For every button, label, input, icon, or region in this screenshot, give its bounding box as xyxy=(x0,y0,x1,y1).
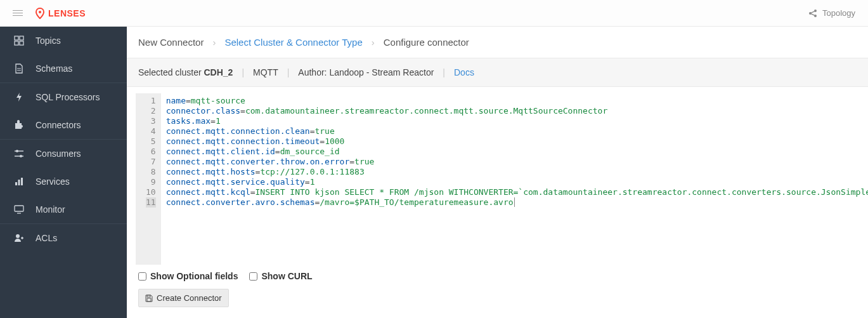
sidebar-item-connectors[interactable]: Connectors xyxy=(0,111,127,139)
sidebar-item-acls[interactable]: ACLs xyxy=(0,224,127,252)
svg-rect-25 xyxy=(147,298,151,301)
author: Author: Landoop - Stream Reactor xyxy=(298,67,434,77)
sidebar-item-topics[interactable]: Topics xyxy=(0,27,127,55)
chevron-right-icon: › xyxy=(212,37,216,48)
sidebar-item-consumers[interactable]: Consumers xyxy=(0,140,127,168)
svg-rect-9 xyxy=(20,41,23,45)
sidebar-item-label: SQL Processors xyxy=(36,92,100,102)
code-line[interactable]: connect.mqtt.connection.timeout=1000 xyxy=(166,136,868,147)
puzzle-icon xyxy=(14,120,24,130)
sidebar-item-label: Services xyxy=(36,176,70,187)
main-panel: New Connector › Select Cluster & Connect… xyxy=(127,27,868,318)
bc-current: Configure connector xyxy=(384,37,469,48)
code-line[interactable]: connect.mqtt.service.quality=1 xyxy=(166,177,868,187)
screen-icon xyxy=(14,205,24,214)
svg-point-13 xyxy=(16,150,18,152)
bc-step-link[interactable]: Select Cluster & Connector Type xyxy=(224,37,362,48)
docs-link[interactable]: Docs xyxy=(454,67,474,77)
sidebar-item-label: ACLs xyxy=(36,233,57,243)
lenses-pin-icon xyxy=(36,8,44,19)
topbar: LENSES Topology xyxy=(0,0,868,27)
svg-rect-16 xyxy=(15,182,17,185)
create-connector-button[interactable]: Create Connector xyxy=(138,289,229,307)
svg-line-5 xyxy=(811,13,814,15)
svg-point-0 xyxy=(39,11,41,13)
editor-code[interactable]: name=mqtt-sourceconnector.class=com.data… xyxy=(161,93,868,265)
breadcrumb: New Connector › Select Cluster & Connect… xyxy=(127,27,868,58)
bolt-icon xyxy=(14,92,24,102)
svg-rect-8 xyxy=(15,41,18,45)
svg-rect-7 xyxy=(20,36,23,40)
svg-point-21 xyxy=(16,234,20,238)
brand-logo[interactable]: LENSES xyxy=(36,8,86,19)
topology-link[interactable]: Topology xyxy=(808,8,855,18)
sliders-icon xyxy=(14,149,24,158)
sidebar-item-schemas[interactable]: Schemas xyxy=(0,55,127,83)
svg-rect-6 xyxy=(15,36,18,40)
infobar: Selected cluster CDH_2 | MQTT | Author: … xyxy=(127,58,868,87)
code-line[interactable]: connect.mqtt.client.id=dm_source_id xyxy=(166,147,868,157)
sidebar-item-label: Monitor xyxy=(36,204,65,215)
svg-rect-24 xyxy=(147,295,150,297)
sidebar-item-services[interactable]: Services xyxy=(0,168,127,195)
code-line[interactable]: connect.mqtt.connection.clean=true xyxy=(166,126,868,136)
share-icon xyxy=(808,9,817,18)
svg-rect-18 xyxy=(21,178,23,185)
brand-text: LENSES xyxy=(48,8,86,18)
editor-gutter: 1234567891011 xyxy=(136,93,161,265)
code-editor[interactable]: 1234567891011 name=mqtt-sourceconnector.… xyxy=(136,93,859,265)
bars-icon xyxy=(14,177,24,186)
code-line[interactable]: connect.mqtt.kcql=INSERT INTO kjson SELE… xyxy=(166,187,868,197)
show-optional-checkbox[interactable]: Show Optional fields xyxy=(138,271,238,281)
code-line[interactable]: name=mqtt-source xyxy=(166,96,868,106)
svg-rect-19 xyxy=(15,206,23,211)
save-icon xyxy=(145,295,153,302)
sidebar-item-sql-processors[interactable]: SQL Processors xyxy=(0,83,127,111)
svg-point-15 xyxy=(20,155,22,157)
sidebar-item-label: Schemas xyxy=(36,63,72,74)
sidebar-item-label: Topics xyxy=(36,36,61,46)
menu-icon[interactable] xyxy=(13,10,23,16)
sidebar-item-monitor[interactable]: Monitor xyxy=(0,195,127,223)
code-line[interactable]: connector.class=com.datamountaineer.stre… xyxy=(166,106,868,116)
sidebar: TopicsSchemasSQL ProcessorsConnectorsCon… xyxy=(0,27,127,318)
show-optional-input[interactable] xyxy=(138,272,146,281)
code-line[interactable]: connect.mqtt.converter.throw.on.error=tr… xyxy=(166,157,868,167)
doc-icon xyxy=(14,63,24,74)
code-line[interactable]: connect.converter.avro.schemas=/mavro=$P… xyxy=(166,197,868,208)
topology-label: Topology xyxy=(822,8,855,18)
bc-root: New Connector xyxy=(138,37,204,48)
code-line[interactable]: connect.mqtt.hosts=tcp://127.0.0.1:11883 xyxy=(166,167,868,177)
svg-rect-17 xyxy=(18,180,20,185)
code-line[interactable]: tasks.max=1 xyxy=(166,116,868,126)
sidebar-item-label: Consumers xyxy=(36,149,81,159)
show-curl-input[interactable] xyxy=(249,272,257,281)
svg-line-4 xyxy=(811,11,814,12)
person-icon xyxy=(14,234,24,242)
selected-cluster: Selected cluster CDH_2 xyxy=(138,67,233,77)
chevron-right-icon: › xyxy=(372,37,375,48)
connector-type: MQTT xyxy=(253,67,278,77)
show-curl-checkbox[interactable]: Show CURL xyxy=(249,271,312,281)
sidebar-item-label: Connectors xyxy=(36,120,81,130)
options-row: Show Optional fields Show CURL xyxy=(127,265,868,286)
grid-icon xyxy=(14,36,24,46)
